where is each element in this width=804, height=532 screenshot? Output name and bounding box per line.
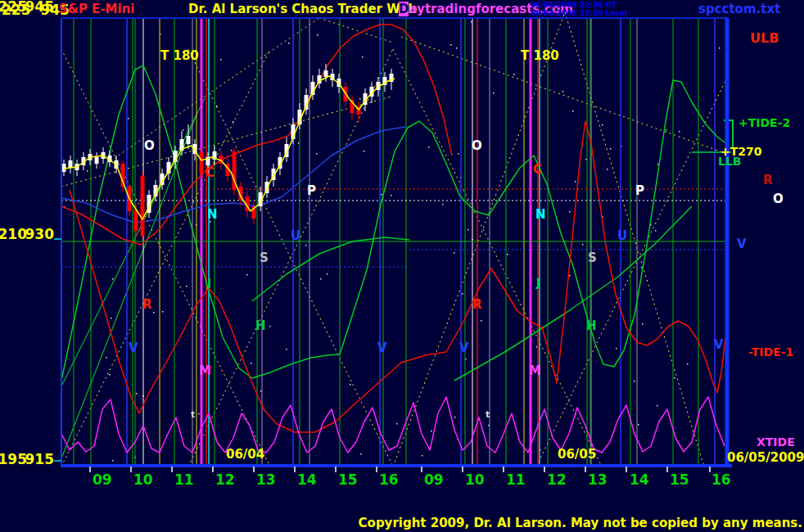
svg-text:13: 13 <box>588 471 608 488</box>
svg-text:210: 210 <box>0 226 27 242</box>
svg-text:15: 15 <box>670 471 689 488</box>
svg-text:U: U <box>291 228 300 243</box>
copyright-notice: Copyright 2009, Dr. Al Larson. May not b… <box>359 516 802 530</box>
svg-text:-TIDE-1: -TIDE-1 <box>748 345 793 358</box>
svg-text:V: V <box>129 340 138 355</box>
svg-text:09: 09 <box>93 471 112 488</box>
svg-text:10: 10 <box>133 471 153 488</box>
svg-text:N: N <box>535 207 546 222</box>
chaos-trader-screen: 225 945 S&P E-Mini Dr. Al Larson's Chaos… <box>0 0 804 532</box>
svg-text:945: 945 <box>25 0 55 15</box>
svg-text:12: 12 <box>547 471 567 488</box>
svg-text:S: S <box>588 250 597 265</box>
svg-text:P: P <box>635 183 644 198</box>
svg-text:P: P <box>307 183 316 198</box>
svg-text:V: V <box>714 337 724 352</box>
svg-text:R: R <box>142 297 152 312</box>
chart-canvas: 225945210930195915091011121314151606/040… <box>0 0 804 532</box>
svg-text:13: 13 <box>256 471 276 488</box>
svg-text:R: R <box>763 173 773 187</box>
svg-text:12: 12 <box>215 471 235 488</box>
svg-text:C: C <box>206 165 215 180</box>
svg-text:t: t <box>191 409 195 420</box>
svg-text:C: C <box>533 162 542 177</box>
svg-text:06/04: 06/04 <box>226 447 264 462</box>
svg-text:T 180: T 180 <box>521 48 559 63</box>
svg-text:16: 16 <box>379 471 399 488</box>
svg-text:O: O <box>472 138 482 153</box>
svg-text:LLB: LLB <box>718 155 742 168</box>
svg-text:V: V <box>737 237 747 251</box>
svg-text:10: 10 <box>465 471 485 488</box>
svg-text:195: 195 <box>0 451 27 467</box>
svg-text:R: R <box>472 297 482 312</box>
svg-text:O: O <box>144 138 155 153</box>
svg-text:225: 225 <box>0 0 27 15</box>
svg-text:06/05: 06/05 <box>558 447 596 462</box>
svg-text:+TIDE-2: +TIDE-2 <box>739 116 790 129</box>
svg-text:14: 14 <box>297 471 317 488</box>
svg-text:O: O <box>773 192 784 206</box>
svg-text:N: N <box>207 207 218 222</box>
svg-text:H: H <box>255 318 266 333</box>
svg-text:915: 915 <box>25 451 55 467</box>
svg-text:T 180: T 180 <box>160 48 199 63</box>
svg-text:11: 11 <box>506 471 526 488</box>
svg-text:U: U <box>617 228 627 243</box>
svg-text:V: V <box>459 340 469 355</box>
svg-text:09: 09 <box>424 471 444 488</box>
svg-text:M: M <box>529 363 541 378</box>
svg-text:t: t <box>486 409 490 420</box>
svg-text:S: S <box>260 250 269 265</box>
svg-text:M: M <box>199 363 211 378</box>
svg-text:V: V <box>377 340 387 355</box>
svg-text:XTIDE: XTIDE <box>757 435 795 449</box>
svg-text:ULB: ULB <box>750 30 779 46</box>
svg-text:J: J <box>206 276 211 289</box>
svg-text:16: 16 <box>711 471 731 488</box>
svg-text:J: J <box>535 276 540 289</box>
svg-text:930: 930 <box>25 226 55 242</box>
svg-text:14: 14 <box>630 471 649 488</box>
svg-text:H: H <box>586 318 597 333</box>
svg-text:11: 11 <box>174 471 194 488</box>
svg-text:06/05/2009: 06/05/2009 <box>727 450 804 465</box>
svg-text:15: 15 <box>338 471 358 488</box>
